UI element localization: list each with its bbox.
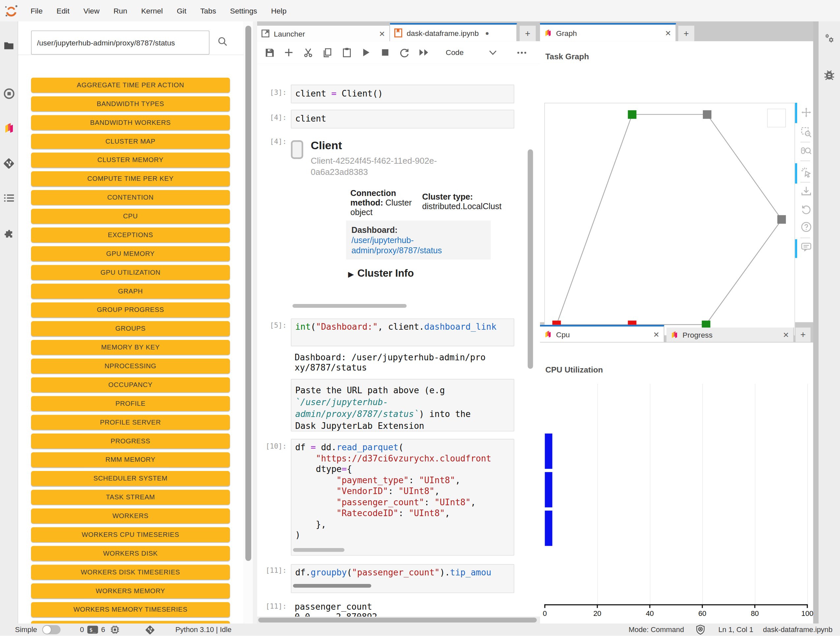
save-icon[interactable] <box>262 46 276 59</box>
tab-cpu[interactable]: Cpu ✕ <box>540 325 664 342</box>
dask-dashboard-button[interactable]: WORKERS MEMORY <box>31 583 230 598</box>
dask-dashboard-button[interactable]: WORKERS DISK <box>31 546 230 561</box>
menu-help[interactable]: Help <box>264 6 294 15</box>
cursor-position[interactable]: Ln 1, Col 1 <box>718 626 753 634</box>
dask-dashboard-button[interactable]: GROUPS <box>31 321 230 336</box>
task-node[interactable] <box>703 110 711 118</box>
menu-view[interactable]: View <box>76 6 106 15</box>
notebook-hscrollbar[interactable] <box>257 617 540 623</box>
search-icon[interactable] <box>218 36 228 47</box>
dask-dashboard-button[interactable]: WORKERS NETWORK <box>31 621 230 623</box>
tab-launcher[interactable]: Launcher ✕ <box>257 26 390 41</box>
dask-dashboard-button[interactable]: CONTENTION <box>31 190 230 205</box>
run-icon[interactable] <box>359 46 373 59</box>
menu-tabs[interactable]: Tabs <box>193 6 223 15</box>
git-branch-icon[interactable] <box>143 623 157 636</box>
dask-dashboard-button[interactable]: CPU <box>31 209 230 224</box>
code-cell-5[interactable]: int("Dashboard:", client.dashboard_link <box>291 318 514 346</box>
menu-edit[interactable]: Edit <box>49 6 76 15</box>
new-tab-button[interactable]: + <box>519 26 536 41</box>
cell-type-dropdown[interactable]: Code <box>446 48 464 57</box>
box-zoom-tool-icon[interactable] <box>801 127 812 138</box>
paste-icon[interactable] <box>339 46 354 59</box>
dask-dashboard-button[interactable]: COMPUTE TIME PER KEY <box>31 171 230 186</box>
menu-kernel[interactable]: Kernel <box>134 6 170 15</box>
property-inspector-icon[interactable] <box>820 31 838 47</box>
task-graph-canvas[interactable] <box>544 103 795 335</box>
right-panel-scrollbar[interactable] <box>813 21 819 623</box>
dask-dashboard-button[interactable]: SCHEDULER SYSTEM <box>31 471 230 486</box>
kernels-count[interactable]: 6 <box>101 626 105 634</box>
debugger-icon[interactable] <box>820 67 838 83</box>
close-icon[interactable]: ✕ <box>379 29 385 38</box>
menu-settings[interactable]: Settings <box>223 6 264 15</box>
dask-dashboard-button[interactable]: GROUP PROGRESS <box>31 302 230 318</box>
dask-dashboard-button[interactable]: BANDWIDTH WORKERS <box>31 115 230 130</box>
dask-dashboard-button[interactable]: GPU MEMORY <box>31 246 230 261</box>
markdown-cell[interactable]: Paste the URL path above (e.g `/user/jup… <box>291 379 514 431</box>
running-sessions-icon[interactable] <box>0 86 18 102</box>
close-icon[interactable]: ✕ <box>653 330 659 338</box>
help-tool-icon[interactable] <box>801 222 812 233</box>
restart-kernel-icon[interactable] <box>398 46 411 59</box>
dask-dashboard-button[interactable]: WORKERS MEMORY TIMESERIES <box>31 602 230 617</box>
tap-tool-icon[interactable] <box>801 167 812 178</box>
dashboard-link[interactable]: /user/jupyterhub-admin/proxy/8787/status <box>351 235 485 255</box>
hover-tool-icon[interactable] <box>801 242 812 253</box>
dask-dashboard-button[interactable]: TASK STREAM <box>31 490 230 505</box>
menu-file[interactable]: File <box>24 6 50 15</box>
dask-dashboard-button[interactable]: EXCEPTIONS <box>31 228 230 243</box>
save-plot-tool-icon[interactable] <box>801 186 812 197</box>
new-tab-button[interactable]: + <box>678 26 694 41</box>
task-node[interactable] <box>628 110 636 118</box>
dask-dashboard-url-input[interactable] <box>31 31 209 55</box>
code-cell-11[interactable]: df.groupby("passenger_count").tip_amou <box>291 564 514 593</box>
reset-tool-icon[interactable] <box>801 205 812 216</box>
chevron-down-icon[interactable] <box>486 46 500 59</box>
dask-dashboard-button[interactable]: CLUSTER MAP <box>31 134 230 149</box>
insert-cell-icon[interactable] <box>282 46 296 59</box>
dask-dashboard-button[interactable]: PROFILE SERVER <box>31 415 230 430</box>
table-of-contents-icon[interactable] <box>0 190 18 206</box>
dask-dashboard-button[interactable]: PROFILE <box>31 396 230 411</box>
dask-dashboard-button[interactable]: MEMORY BY KEY <box>31 340 230 355</box>
code-cell-4[interactable]: client <box>291 110 514 128</box>
dask-dashboard-button[interactable]: AGGREGATE TIME PER ACTION <box>31 78 230 93</box>
task-node[interactable] <box>777 216 786 224</box>
cpu-bar-chart[interactable]: 020406080100 <box>545 384 807 605</box>
dask-dashboard-button[interactable]: OCCUPANCY <box>31 378 230 393</box>
notebook-mode[interactable]: Mode: Command <box>629 626 684 634</box>
stop-icon[interactable] <box>378 46 392 59</box>
new-tab-button[interactable]: + <box>796 328 811 342</box>
output-hscrollbar[interactable] <box>292 304 406 308</box>
dask-dashboard-button[interactable]: RMM MEMORY <box>31 452 230 468</box>
dask-dashboard-button[interactable]: CLUSTER MEMORY <box>31 153 230 168</box>
code-cell-3[interactable]: client = Client() <box>291 85 514 104</box>
menu-run[interactable]: Run <box>106 6 134 15</box>
cut-icon[interactable] <box>301 46 315 59</box>
extension-manager-icon[interactable] <box>0 226 18 242</box>
close-icon[interactable]: ✕ <box>783 331 789 339</box>
copy-icon[interactable] <box>321 46 334 59</box>
tab-progress[interactable]: Progress ✕ <box>666 328 794 342</box>
notebook-vscrollbar[interactable] <box>528 149 533 417</box>
shield-x-icon[interactable] <box>694 623 707 636</box>
dask-dashboard-button[interactable]: NPROCESSING <box>31 359 230 374</box>
pan-tool-icon[interactable] <box>801 107 812 118</box>
tab-dask-dataframe[interactable]: dask-dataframe.ipynb ● <box>390 23 517 41</box>
git-icon[interactable] <box>0 155 18 171</box>
splitter[interactable] <box>253 21 257 623</box>
cluster-info-toggle[interactable]: ▶Cluster Info <box>348 268 414 280</box>
dask-dashboard-button[interactable]: GPU UTILIZATION <box>31 265 230 280</box>
dask-dashboard-button[interactable]: WORKERS CPU TIMESERIES <box>31 527 230 543</box>
sidebar-scrollbar[interactable] <box>244 21 253 623</box>
dask-dashboard-button[interactable]: BANDWIDTH TYPES <box>31 96 230 112</box>
dask-dashboard-button[interactable]: WORKERS <box>31 508 230 524</box>
dask-dashboard-button[interactable]: GRAPH <box>31 283 230 299</box>
code-cell-10[interactable]: df = dd.read_parquet( "https://d37ci6vzu… <box>291 439 514 556</box>
dask-logo-icon[interactable] <box>0 121 18 137</box>
terminals-count[interactable]: 0 <box>80 626 84 634</box>
file-browser-icon[interactable] <box>0 38 18 54</box>
kernel-status[interactable]: Python 3.10 | Idle <box>175 626 231 634</box>
dask-dashboard-button[interactable]: PROGRESS <box>31 433 230 449</box>
